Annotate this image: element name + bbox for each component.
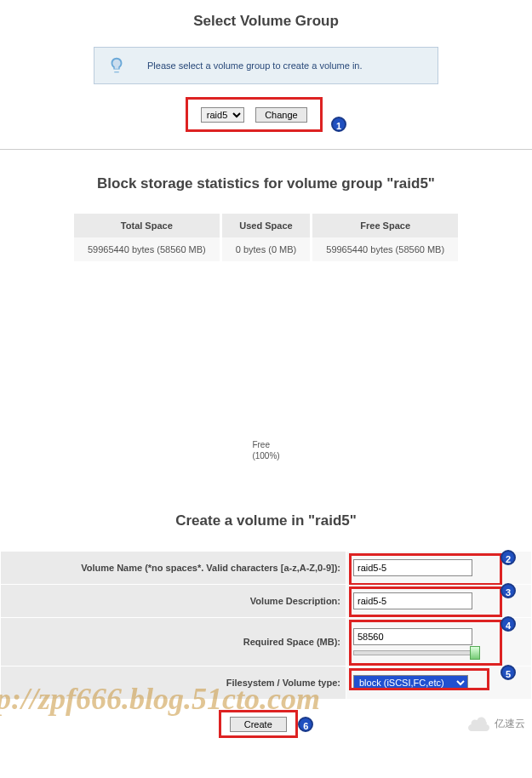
vg-select[interactable]: raid5 [201, 107, 244, 123]
hint-box: Please select a volume group to create a… [94, 47, 438, 84]
chart-label: Free [252, 440, 270, 449]
stats-table: Total Space Used Space Free Space 599654… [72, 214, 460, 261]
label-volname: Volume Name (*no spaces*. Valid characte… [1, 552, 346, 584]
label-fstype: Filesystem / Volume type: [1, 666, 346, 699]
select-vg-section: Select Volume Group Please select a volu… [0, 0, 532, 150]
chart-pct: (100%) [252, 451, 279, 461]
volume-desc-input[interactable] [353, 592, 472, 609]
label-space: Required Space (MB): [1, 618, 346, 666]
label-voldesc: Volume Description: [1, 585, 346, 617]
col-total: Total Space [74, 214, 220, 237]
create-form: Volume Name (*no spaces*. Valid characte… [0, 551, 532, 700]
val-free: 59965440 bytes (58560 MB) [312, 237, 458, 261]
stats-section: Block storage statistics for volume grou… [0, 163, 532, 487]
select-vg-title: Select Volume Group [0, 0, 532, 38]
usage-chart: Free (100%) [0, 274, 532, 470]
create-highlight: Create [219, 710, 298, 738]
table-row: 59965440 bytes (58560 MB) 0 bytes (0 MB)… [74, 237, 458, 261]
vg-select-highlight: raid5 Change [186, 97, 323, 132]
create-button[interactable]: Create [230, 717, 287, 732]
change-button[interactable]: Change [255, 107, 307, 123]
val-total: 59965440 bytes (58560 MB) [74, 237, 220, 261]
col-used: Used Space [222, 214, 311, 237]
annotation-marker-2: 2 [501, 550, 516, 565]
annotation-marker-3: 3 [501, 583, 516, 598]
slider-handle-icon[interactable] [470, 646, 480, 660]
annotation-marker-4: 4 [501, 616, 516, 632]
annotation-marker-6: 6 [298, 717, 313, 732]
volume-name-input[interactable] [353, 559, 472, 576]
hint-text: Please select a volume group to create a… [147, 60, 363, 71]
col-free: Free Space [312, 214, 458, 237]
stats-title: Block storage statistics for volume grou… [0, 163, 532, 201]
val-used: 0 bytes (0 MB) [222, 237, 311, 261]
lightbulb-icon [107, 56, 126, 75]
required-space-input[interactable] [353, 628, 472, 645]
cloud-icon [467, 716, 491, 731]
annotation-marker-1: 1 [331, 117, 346, 132]
fstype-select[interactable]: block (iSCSI,FC,etc) [353, 675, 468, 690]
create-volume-section: Create a volume in "raid5" Volume Name (… [0, 500, 532, 738]
create-title: Create a volume in "raid5" [0, 500, 532, 538]
space-slider[interactable] [353, 650, 477, 655]
annotation-marker-5: 5 [501, 665, 516, 680]
watermark-brand: 亿速云 [467, 716, 525, 731]
